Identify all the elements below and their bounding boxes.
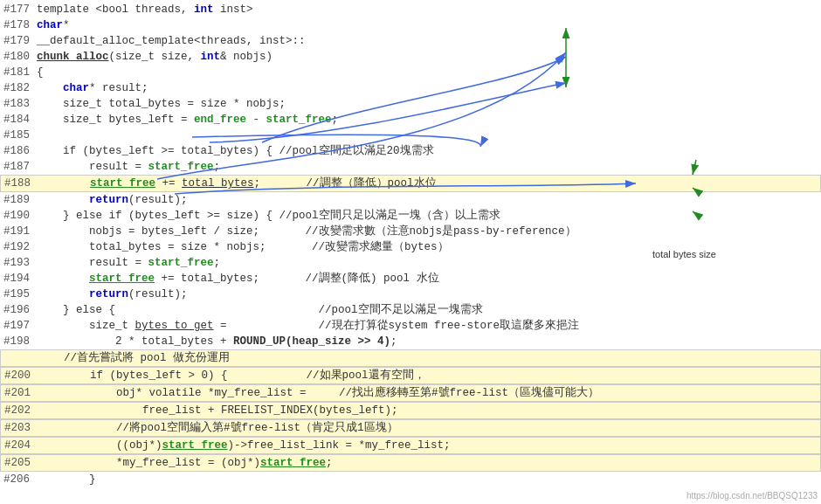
line-194: #194 start_free += total_bytes; //調整(降低)… bbox=[0, 271, 821, 287]
line-205: #205 *my_free_list = (obj*)start_free; bbox=[0, 454, 821, 472]
line-188: #188 start_free += total_bytes; //調整（降低）… bbox=[0, 175, 821, 192]
line-197: #197 size_t bytes_to_get = //現在打算從system… bbox=[0, 318, 821, 334]
line-203: #203 //將pool空間編入第#號free-list（肯定只成1區塊） bbox=[0, 419, 821, 437]
line-196: #196 } else { //pool空間不足以滿足一塊需求 bbox=[0, 302, 821, 318]
line-206: #206 } bbox=[0, 472, 821, 487]
line-181: #181 { bbox=[0, 65, 821, 80]
line-187: #187 result = start_free; bbox=[0, 159, 821, 175]
line-200: #200 if (bytes_left > 0) { //如果pool還有空間， bbox=[0, 367, 821, 384]
line-201: #201 obj* volatile *my_free_list = //找出應… bbox=[0, 384, 821, 402]
line-195: #195 return(result); bbox=[0, 287, 821, 302]
line-177: #177 template <bool threads, int inst> bbox=[0, 2, 821, 17]
line-186: #186 if (bytes_left >= total_bytes) { //… bbox=[0, 143, 821, 159]
line-202: #202 free_list + FREELIST_INDEX(bytes_le… bbox=[0, 402, 821, 419]
line-180: #180 chunk_alloc(size_t size, int& nobjs… bbox=[0, 49, 821, 65]
line-193: #193 result = start_free; bbox=[0, 255, 821, 271]
line-190: #190 } else if (bytes_left >= size) { //… bbox=[0, 208, 821, 224]
line-179: #179 __default_alloc_template<threads, i… bbox=[0, 33, 821, 49]
line-185: #185 bbox=[0, 128, 821, 143]
line-184: #184 size_t bytes_left = end_free - star… bbox=[0, 112, 821, 128]
line-192: #192 total_bytes = size * nobjs; //改變需求總… bbox=[0, 239, 821, 255]
code-area: #177 template <bool threads, int inst> #… bbox=[0, 0, 821, 504]
line-199: //首先嘗試將 pool 做充份運用 bbox=[0, 349, 821, 367]
line-182: #182 char* result; bbox=[0, 80, 821, 96]
watermark: https://blog.csdn.net/BBQSQ1233 bbox=[686, 491, 818, 501]
line-198: #198 2 * total_bytes + ROUND_UP(heap_siz… bbox=[0, 334, 821, 349]
line-178: #178 char* bbox=[0, 17, 821, 33]
line-183: #183 size_t total_bytes = size * nobjs; bbox=[0, 96, 821, 112]
line-204: #204 ((obj*)start_free)->free_list_link … bbox=[0, 437, 821, 454]
line-191: #191 nobjs = bytes_left / size; //改變需求數（… bbox=[0, 224, 821, 239]
line-189: #189 return(result); bbox=[0, 192, 821, 208]
